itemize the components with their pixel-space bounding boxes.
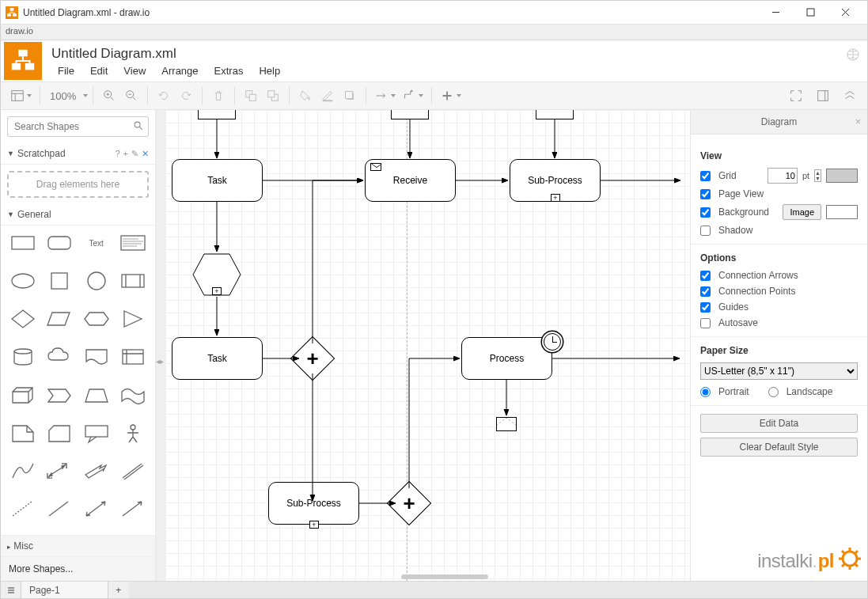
- close-button[interactable]: [828, 2, 862, 24]
- shape-ellipse[interactable]: [7, 268, 39, 294]
- grid-step-up[interactable]: ▲: [815, 170, 821, 176]
- menu-extras[interactable]: Extras: [208, 63, 250, 78]
- menu-view[interactable]: View: [117, 63, 152, 78]
- pages-menu-button[interactable]: [1, 582, 21, 598]
- to-front-icon[interactable]: [240, 85, 262, 107]
- collapse-icon[interactable]: [839, 85, 861, 107]
- format-panel-icon[interactable]: [812, 85, 834, 107]
- splitter-handle[interactable]: ◂▸: [156, 346, 164, 377]
- format-close-icon[interactable]: ×: [855, 116, 861, 127]
- more-shapes-button[interactable]: More Shapes...: [1, 556, 155, 581]
- shape-square[interactable]: [44, 268, 75, 294]
- shape-cloud[interactable]: [44, 344, 75, 370]
- view-mode-button[interactable]: [7, 85, 35, 107]
- fullscreen-icon[interactable]: [785, 85, 807, 107]
- canvas-hscrollbar[interactable]: [401, 574, 488, 579]
- grid-step-down[interactable]: ▼: [815, 176, 821, 181]
- shape-hexagon[interactable]: [81, 306, 112, 332]
- shape-arrow[interactable]: [81, 459, 112, 484]
- landscape-radio[interactable]: [768, 387, 779, 397]
- shape-note[interactable]: [7, 421, 39, 446]
- shape-roundrect[interactable]: [44, 230, 75, 256]
- background-image-button[interactable]: Image: [783, 204, 821, 220]
- shadow-icon[interactable]: [339, 85, 361, 107]
- conn-points-checkbox[interactable]: [700, 286, 711, 297]
- pageview-checkbox[interactable]: [700, 189, 711, 199]
- shape-triangle[interactable]: [117, 306, 149, 332]
- line-color-icon[interactable]: [316, 85, 339, 107]
- minimize-button[interactable]: [758, 2, 793, 24]
- shape-bidir-conn[interactable]: [81, 497, 112, 522]
- shape-cylinder[interactable]: [7, 344, 39, 370]
- add-page-button[interactable]: +: [108, 582, 129, 598]
- shape-trapezoid[interactable]: [81, 383, 112, 408]
- grid-checkbox[interactable]: [700, 171, 711, 181]
- background-checkbox[interactable]: [700, 207, 711, 218]
- grid-size-input[interactable]: [768, 168, 798, 184]
- fill-color-icon[interactable]: [294, 85, 316, 107]
- scratchpad-help-icon[interactable]: ?: [115, 149, 119, 159]
- shape-actor[interactable]: [117, 421, 149, 446]
- app-logo: [4, 42, 42, 80]
- zoom-level[interactable]: 100%: [45, 90, 81, 102]
- zoom-out-icon[interactable]: [120, 85, 142, 107]
- language-icon[interactable]: [847, 48, 859, 64]
- insert-icon[interactable]: [437, 85, 464, 107]
- shape-bidir-arrow[interactable]: [44, 459, 75, 484]
- shape-rect[interactable]: [7, 230, 39, 256]
- shape-line[interactable]: [44, 497, 75, 522]
- clear-style-button[interactable]: Clear Default Style: [700, 438, 858, 457]
- document-title[interactable]: Untitled Diagram.xml: [51, 44, 286, 63]
- general-header[interactable]: ▼General: [1, 204, 155, 226]
- scratchpad-dropzone[interactable]: Drag elements here: [7, 171, 149, 198]
- scratchpad-close-icon[interactable]: ✕: [142, 149, 149, 159]
- scratchpad-edit-icon[interactable]: ✎: [131, 149, 138, 159]
- maximize-button[interactable]: [793, 2, 828, 24]
- options-section-label: Options: [700, 252, 858, 263]
- shape-step[interactable]: [44, 383, 75, 408]
- search-shapes-input[interactable]: [7, 116, 149, 137]
- scratchpad-add-icon[interactable]: +: [123, 149, 128, 159]
- portrait-radio[interactable]: [700, 387, 711, 397]
- scratchpad-header[interactable]: ▼Scratchpad ? + ✎ ✕: [1, 143, 155, 165]
- shape-parallelogram[interactable]: [44, 306, 75, 332]
- shape-card[interactable]: [44, 421, 75, 446]
- shape-tape[interactable]: [117, 383, 149, 408]
- shape-internal-storage[interactable]: [117, 344, 149, 370]
- shadow-checkbox[interactable]: [700, 226, 711, 236]
- edit-data-button[interactable]: Edit Data: [700, 414, 858, 433]
- redo-icon[interactable]: [175, 85, 197, 107]
- shape-link[interactable]: [117, 459, 149, 484]
- undo-icon[interactable]: [153, 85, 175, 107]
- zoom-in-icon[interactable]: [98, 85, 120, 107]
- search-icon[interactable]: [133, 120, 144, 135]
- waypoint-icon[interactable]: [399, 85, 426, 107]
- background-color-swatch[interactable]: [826, 205, 858, 219]
- shape-diamond[interactable]: [7, 306, 39, 332]
- guides-checkbox[interactable]: [700, 302, 711, 313]
- shape-dir-conn[interactable]: [117, 497, 149, 522]
- papersize-select[interactable]: US-Letter (8,5" x 11"): [700, 362, 858, 380]
- shape-text[interactable]: Text: [81, 230, 112, 256]
- autosave-checkbox[interactable]: [700, 318, 711, 328]
- shape-dashed[interactable]: [7, 497, 39, 522]
- menu-edit[interactable]: Edit: [84, 63, 114, 78]
- connection-icon[interactable]: [371, 85, 399, 107]
- canvas-area[interactable]: ◂▸ Task Receive Sub-Process + + Task: [156, 110, 690, 581]
- grid-color-swatch[interactable]: [826, 169, 858, 183]
- shape-curve[interactable]: [7, 459, 39, 484]
- shape-callout[interactable]: [81, 421, 112, 446]
- misc-header[interactable]: ▸ Misc: [1, 535, 155, 556]
- conn-arrows-checkbox[interactable]: [700, 271, 711, 281]
- shape-circle[interactable]: [81, 268, 112, 294]
- delete-icon[interactable]: [207, 85, 229, 107]
- menu-help[interactable]: Help: [252, 63, 286, 78]
- shape-document[interactable]: [81, 344, 112, 370]
- page-tab-1[interactable]: Page-1: [21, 582, 108, 598]
- menu-arrange[interactable]: Arrange: [155, 63, 204, 78]
- shape-cube[interactable]: [7, 383, 39, 408]
- shape-textbox[interactable]: [117, 230, 149, 256]
- menu-file[interactable]: File: [51, 63, 81, 78]
- shape-process[interactable]: [117, 268, 149, 294]
- to-back-icon[interactable]: [262, 85, 284, 107]
